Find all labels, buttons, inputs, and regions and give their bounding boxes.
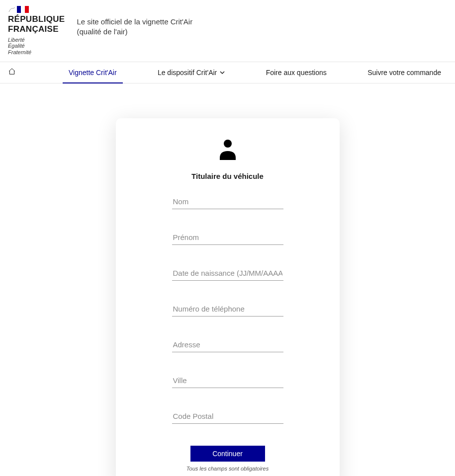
field-ville xyxy=(172,371,283,388)
field-nom xyxy=(172,192,283,209)
field-adresse xyxy=(172,335,283,352)
site-title: Le site officiel de la vignette Crit'Air… xyxy=(77,6,192,36)
nav-suivre[interactable]: Suivre votre commande xyxy=(362,62,447,83)
nav-suivre-label: Suivre votre commande xyxy=(367,69,441,77)
french-flag-icon xyxy=(17,6,29,13)
home-icon[interactable] xyxy=(8,68,16,78)
field-dob xyxy=(172,264,283,281)
continuer-button[interactable]: Continuer xyxy=(190,446,265,462)
nav-faq[interactable]: Foire aux questions xyxy=(260,62,333,83)
person-icon xyxy=(216,136,240,162)
form-card: Titulaire du véhicule Continuer Tous les… xyxy=(116,118,340,476)
svg-point-0 xyxy=(224,140,232,148)
cp-input[interactable] xyxy=(172,407,283,424)
header: RÉPUBLIQUE FRANÇAISE Liberté Égalité Fra… xyxy=(0,0,455,62)
nav-dispositif-label: Le dispositif Crit'Air xyxy=(158,69,217,77)
field-tel xyxy=(172,300,283,317)
motto-egalite: Égalité xyxy=(8,43,65,49)
logo-text-line1: RÉPUBLIQUE xyxy=(8,15,65,24)
nav-faq-label: Foire aux questions xyxy=(266,69,327,77)
marianne-icon xyxy=(8,6,16,13)
required-note: Tous les champs sont obligatoires xyxy=(186,466,269,472)
field-prenom xyxy=(172,228,283,245)
site-title-line2: (qualité de l'air) xyxy=(77,27,192,37)
field-cp xyxy=(172,407,283,424)
site-title-line1: Le site officiel de la vignette Crit'Air xyxy=(77,17,192,27)
logo-text-line2: FRANÇAISE xyxy=(8,25,65,34)
nav-vignette[interactable]: Vignette Crit'Air xyxy=(63,62,123,83)
main-content: Titulaire du véhicule Continuer Tous les… xyxy=(0,83,455,476)
nav-dispositif[interactable]: Le dispositif Crit'Air xyxy=(152,62,231,83)
ville-input[interactable] xyxy=(172,371,283,388)
adresse-input[interactable] xyxy=(172,335,283,352)
chevron-down-icon xyxy=(220,69,225,77)
motto: Liberté Égalité Fraternité xyxy=(8,37,65,56)
motto-liberte: Liberté xyxy=(8,37,65,43)
main-nav: Vignette Crit'Air Le dispositif Crit'Air… xyxy=(0,62,455,83)
form-title: Titulaire du véhicule xyxy=(191,172,264,180)
tel-input[interactable] xyxy=(172,300,283,317)
flag-row xyxy=(8,6,65,13)
dob-input[interactable] xyxy=(172,264,283,281)
nom-input[interactable] xyxy=(172,192,283,209)
nav-vignette-label: Vignette Crit'Air xyxy=(69,69,117,77)
prenom-input[interactable] xyxy=(172,228,283,245)
gov-logo: RÉPUBLIQUE FRANÇAISE Liberté Égalité Fra… xyxy=(8,6,65,56)
motto-fraternite: Fraternité xyxy=(8,49,65,56)
